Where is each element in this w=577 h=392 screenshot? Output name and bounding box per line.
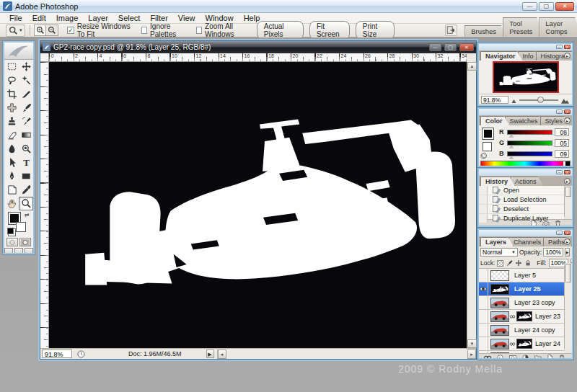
- tab-actions[interactable]: Actions: [510, 177, 544, 186]
- visibility-toggle[interactable]: [479, 351, 488, 353]
- zoom-out-mountain-icon[interactable]: [511, 97, 517, 104]
- tab-navigator[interactable]: Navigator: [480, 51, 523, 61]
- scroll-right-icon[interactable]: ►: [467, 349, 476, 359]
- fullscreen-button[interactable]: [25, 248, 33, 254]
- blur-tool[interactable]: [4, 142, 19, 156]
- history-state-row[interactable]: Open: [479, 186, 564, 195]
- palette-tab-layer-comps[interactable]: Layer Comps: [539, 17, 577, 37]
- panel-minimize-button[interactable]: –: [556, 110, 563, 114]
- rectangular-marquee-tool[interactable]: [4, 60, 19, 74]
- slider-knob[interactable]: [537, 97, 544, 103]
- brush-tool[interactable]: [19, 101, 33, 115]
- panel-close-button[interactable]: x: [564, 110, 571, 114]
- red-slider[interactable]: [507, 130, 552, 135]
- lock-paint-icon[interactable]: [506, 259, 513, 267]
- menu-item[interactable]: Edit: [27, 14, 51, 22]
- layer-thumbnail[interactable]: [490, 298, 509, 308]
- healing-brush-tool[interactable]: [4, 101, 19, 115]
- blend-mode-select[interactable]: Normal ▼: [480, 248, 518, 257]
- green-slider[interactable]: [507, 141, 552, 146]
- layer-row[interactable]: Layer 5: [479, 269, 564, 282]
- color-spectrum-ramp[interactable]: [480, 161, 571, 167]
- eraser-tool[interactable]: [4, 128, 19, 142]
- resize-windows-checkbox[interactable]: ✓ Resize Windows To Fit: [67, 22, 133, 38]
- move-tool[interactable]: [19, 60, 33, 74]
- zoom-out-mode-button[interactable]: [46, 25, 58, 35]
- document-titlebar[interactable]: GP2-race copy.psd @ 91.8% (Layer 25, RGB…: [40, 41, 476, 53]
- maximize-button[interactable]: ▢: [539, 2, 554, 11]
- layer-thumbnail[interactable]: [490, 352, 509, 354]
- panel-menu-icon[interactable]: ▸: [564, 53, 571, 59]
- visibility-toggle[interactable]: [479, 337, 488, 350]
- close-button[interactable]: ✕: [555, 2, 574, 11]
- red-value-field[interactable]: 08: [555, 128, 569, 136]
- doc-minimize-button[interactable]: —: [429, 43, 441, 51]
- mask-link-icon[interactable]: [509, 313, 516, 320]
- background-color-swatch[interactable]: [483, 142, 492, 151]
- tab-channels[interactable]: Channels: [508, 237, 548, 246]
- history-source-well[interactable]: [479, 205, 488, 213]
- panel-menu-icon[interactable]: ▸: [564, 178, 571, 184]
- layer-mask-thumbnail[interactable]: [516, 339, 532, 349]
- canvas[interactable]: [49, 62, 467, 348]
- history-state-row[interactable]: Load Selection: [479, 195, 564, 205]
- minimize-button[interactable]: —: [522, 2, 537, 11]
- history-source-well[interactable]: [479, 214, 488, 223]
- dodge-tool[interactable]: [19, 142, 33, 156]
- panel-minimize-button[interactable]: –: [556, 170, 563, 174]
- adjustment-layer-icon[interactable]: [521, 354, 529, 360]
- black-white-swatch[interactable]: [563, 161, 570, 167]
- zoom-in-mode-button[interactable]: [35, 25, 46, 35]
- opacity-spinner[interactable]: ▶: [565, 248, 570, 257]
- foreground-color-swatch[interactable]: [483, 128, 493, 139]
- eyedropper-tool[interactable]: [19, 183, 33, 197]
- layer-row[interactable]: Layer 23: [479, 310, 564, 324]
- menu-item[interactable]: View: [173, 14, 201, 22]
- slider-thumb[interactable]: [509, 156, 514, 159]
- layer-row[interactable]: Layer 24 copy: [479, 324, 564, 337]
- menu-item[interactable]: Image: [51, 14, 84, 22]
- mask-link-icon[interactable]: [509, 341, 516, 347]
- type-tool[interactable]: [19, 156, 33, 169]
- visibility-toggle[interactable]: [479, 310, 488, 323]
- visibility-toggle[interactable]: [479, 269, 488, 282]
- layer-row[interactable]: Layer 23 copy: [479, 296, 564, 310]
- standard-screen-button[interactable]: [4, 248, 13, 254]
- navigator-proxy-view[interactable]: [493, 61, 559, 93]
- tab-layers[interactable]: Layers: [480, 237, 514, 246]
- layer-mask-thumbnail[interactable]: [516, 311, 532, 321]
- history-state-row[interactable]: Duplicate Layer: [479, 214, 564, 223]
- gradient-tool[interactable]: [19, 128, 33, 142]
- default-colors-icon[interactable]: [7, 228, 14, 234]
- green-value-field[interactable]: 05: [555, 139, 569, 147]
- lasso-tool[interactable]: [4, 74, 19, 87]
- tab-swatches[interactable]: Swatches: [505, 116, 545, 125]
- app-titlebar[interactable]: Adobe Photoshop — ▢ ✕: [0, 0, 577, 13]
- tool-preset-picker[interactable]: ▾: [6, 24, 25, 37]
- zoom-level-field[interactable]: 91.8%: [42, 349, 72, 358]
- zoom-in-mountain-icon[interactable]: [560, 97, 570, 104]
- lock-transparency-icon[interactable]: [497, 259, 503, 267]
- panel-minimize-button[interactable]: –: [556, 45, 563, 49]
- menu-item[interactable]: Window: [201, 14, 239, 22]
- notes-tool[interactable]: [4, 183, 19, 197]
- layer-thumbnail[interactable]: [490, 311, 509, 322]
- zoom-tool[interactable]: [19, 197, 33, 210]
- visibility-toggle[interactable]: [479, 296, 488, 309]
- menu-item[interactable]: File: [4, 14, 27, 22]
- history-scrollbar[interactable]: [564, 186, 572, 217]
- doc-restore-button[interactable]: ▢: [444, 43, 457, 51]
- lock-position-icon[interactable]: [515, 259, 522, 267]
- blue-slider[interactable]: [507, 151, 552, 156]
- status-menu-button[interactable]: ▶: [206, 349, 214, 358]
- panel-close-button[interactable]: x: [564, 170, 571, 174]
- blue-value-field[interactable]: 09: [555, 150, 569, 158]
- scroll-left-icon[interactable]: ◄: [218, 349, 226, 359]
- layer-thumbnail[interactable]: [490, 339, 509, 349]
- menu-item[interactable]: Layer: [83, 14, 113, 22]
- hand-tool[interactable]: [4, 197, 19, 210]
- layer-row-selected[interactable]: Layer 25: [479, 282, 564, 296]
- pen-tool[interactable]: [4, 169, 19, 183]
- palette-tab-tool-presets[interactable]: Tool Presets: [503, 17, 543, 37]
- clone-stamp-tool[interactable]: [4, 115, 19, 128]
